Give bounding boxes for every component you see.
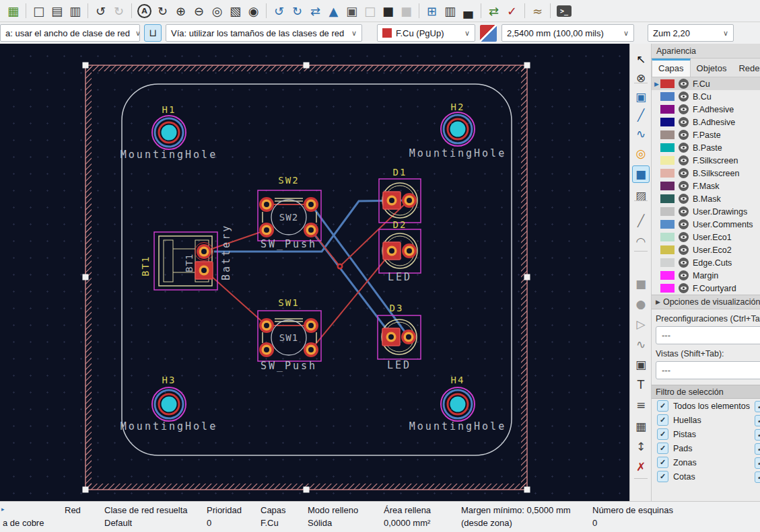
rotate-ccw-icon[interactable]: ↺: [270, 2, 288, 20]
layer-row-user-eco1[interactable]: User.Eco1: [652, 231, 760, 243]
zoom-in-icon[interactable]: ⊕: [172, 2, 190, 20]
checkbox-checked[interactable]: ✓: [755, 401, 760, 412]
tab-redes[interactable]: Redes: [732, 61, 760, 77]
checkbox-checked[interactable]: ✓: [755, 429, 760, 441]
layer-row-f-courtyard[interactable]: F.Courtyard: [652, 282, 760, 295]
rule-area-icon[interactable]: ▨: [632, 187, 650, 204]
group-icon[interactable]: ▣: [343, 2, 361, 20]
via[interactable]: [337, 264, 343, 270]
layer-row-user-eco2[interactable]: User.Eco2: [652, 243, 760, 256]
layer-row-user-drawings[interactable]: User.Drawings: [652, 205, 760, 218]
draw-line-icon[interactable]: ╱: [632, 212, 650, 229]
footprint-sw2[interactable]: SW2 SW2 SW_Push: [258, 175, 321, 250]
visibility-eye-icon[interactable]: [679, 91, 689, 102]
checkbox-checked[interactable]: ✓: [657, 471, 668, 482]
select-tool-icon[interactable]: ↖: [632, 50, 650, 68]
checkbox-checked[interactable]: ✓: [657, 443, 668, 454]
display-options-section[interactable]: ▶ Opciones de visualización: [652, 295, 760, 309]
layer-color-swatch[interactable]: [660, 233, 675, 241]
layer-row-f-paste[interactable]: F.Paste: [652, 128, 760, 141]
footprint-d1[interactable]: D1: [379, 167, 421, 223]
place-via-icon[interactable]: ◎: [632, 145, 650, 162]
layer-color-swatch[interactable]: [660, 156, 675, 165]
layer-color-swatch[interactable]: [660, 79, 675, 88]
footprint-h3[interactable]: H3 MountingHole: [120, 375, 217, 432]
footprint-h1[interactable]: H1 MountingHole: [120, 104, 217, 161]
footprint-d3[interactable]: D3 LED: [378, 303, 421, 371]
layer-color-swatch[interactable]: [660, 258, 675, 267]
board-setup-icon[interactable]: ▦: [4, 2, 22, 20]
update-pcb-icon[interactable]: ⇄: [485, 2, 503, 20]
visibility-eye-icon[interactable]: [679, 181, 689, 191]
tab-capas[interactable]: Capas: [652, 59, 691, 77]
layer-color-swatch[interactable]: [660, 118, 675, 126]
layer-row-b-adhesive[interactable]: B.Adhesive: [652, 116, 760, 128]
zoom-select[interactable]: Zum 2,20 ∨: [648, 24, 734, 42]
plot-icon[interactable]: ▥: [66, 2, 84, 20]
layer-row-f-cu[interactable]: ▶F.Cu: [652, 77, 760, 90]
redo-icon[interactable]: ↻: [110, 2, 128, 20]
draw-zone-icon[interactable]: ■: [632, 165, 650, 183]
scripting-console-icon[interactable]: >_: [554, 2, 574, 20]
layer-color-swatch[interactable]: [660, 284, 675, 293]
visibility-eye-icon[interactable]: [679, 283, 689, 293]
draw-arc-icon[interactable]: ◠: [632, 233, 650, 250]
place-textbox-icon[interactable]: ≡: [632, 396, 650, 414]
footprint-sw1[interactable]: SW1 SW1 SW_Push: [258, 297, 321, 372]
zoom-object-icon[interactable]: ◉: [244, 2, 263, 20]
rotate-cw-icon[interactable]: ↻: [288, 2, 306, 20]
layer-row-b-cu[interactable]: B.Cu: [652, 90, 760, 103]
layer-color-swatch[interactable]: [660, 92, 675, 101]
layer-pair-button[interactable]: [480, 25, 497, 42]
visibility-eye-icon[interactable]: [679, 206, 689, 217]
layer-color-swatch[interactable]: [660, 169, 675, 178]
visibility-eye-icon[interactable]: [679, 232, 689, 242]
route-tracks-icon[interactable]: ╱: [632, 106, 650, 124]
new-board-icon[interactable]: □: [30, 2, 48, 20]
layer-color-swatch[interactable]: [660, 143, 675, 152]
library-browser-icon[interactable]: ▥: [441, 2, 459, 20]
tune-length-icon[interactable]: ∿: [632, 125, 650, 143]
dimension-icon[interactable]: ↕: [632, 438, 650, 455]
visibility-eye-icon[interactable]: [679, 219, 689, 229]
visibility-eye-icon[interactable]: [679, 79, 689, 89]
visibility-eye-icon[interactable]: [679, 270, 689, 280]
grid-select[interactable]: 2,5400 mm (100,00 mils) ∨: [502, 24, 634, 42]
lock-icon[interactable]: ■: [379, 2, 397, 20]
ungroup-icon[interactable]: □: [361, 2, 379, 20]
draw-polygon-icon[interactable]: ▷: [632, 315, 650, 333]
visibility-eye-icon[interactable]: [679, 245, 689, 255]
layer-color-swatch[interactable]: [660, 220, 675, 229]
layer-select[interactable]: F.Cu (PgUp) ∨: [377, 24, 475, 42]
layer-row-b-paste[interactable]: B.Paste: [652, 141, 760, 154]
draw-circle-icon[interactable]: ●: [632, 295, 650, 313]
unlock-icon[interactable]: ■: [397, 2, 415, 20]
layer-color-swatch[interactable]: [660, 130, 675, 139]
track-width-button[interactable]: ⊔: [144, 24, 162, 42]
layer-row-user-comments[interactable]: User.Comments: [652, 218, 760, 231]
checkbox-checked[interactable]: ✓: [755, 415, 760, 426]
visibility-eye-icon[interactable]: [679, 194, 689, 204]
layer-color-swatch[interactable]: [660, 194, 675, 203]
layer-color-swatch[interactable]: [660, 182, 675, 190]
draw-rectangle-icon[interactable]: ■: [632, 275, 650, 293]
refresh-icon[interactable]: ↻: [153, 2, 172, 20]
via-size-select[interactable]: Vía: utilizar los tamaños de las clases …: [166, 24, 362, 42]
drc-check-icon[interactable]: ✓: [503, 2, 521, 20]
layer-row-f-adhesive[interactable]: F.Adhesive: [652, 103, 760, 116]
insert-footprint-icon[interactable]: ▄: [459, 2, 477, 20]
layer-row-margin[interactable]: Margin: [652, 269, 760, 282]
layer-row-edge-cuts[interactable]: Edge.Cuts: [652, 256, 760, 269]
pcb-canvas[interactable]: H1 MountingHole H2 MountingHole H3 Mount…: [0, 44, 629, 501]
checkbox-checked[interactable]: ✓: [755, 457, 760, 469]
footprint-h4[interactable]: H4 MountingHole: [409, 375, 506, 432]
draw-spline-icon[interactable]: ∿: [632, 336, 650, 353]
layer-row-b-silkscreen[interactable]: B.Silkscreen: [652, 167, 760, 180]
zoom-auto-icon[interactable]: A: [135, 2, 153, 20]
visibility-eye-icon[interactable]: [679, 168, 689, 178]
layer-color-swatch[interactable]: [660, 207, 675, 216]
visibility-eye-icon[interactable]: [679, 143, 689, 153]
checkbox-checked[interactable]: ✓: [657, 428, 668, 440]
delete-tool-icon[interactable]: ✗: [632, 458, 650, 476]
checkbox-checked[interactable]: ✓: [755, 471, 760, 483]
